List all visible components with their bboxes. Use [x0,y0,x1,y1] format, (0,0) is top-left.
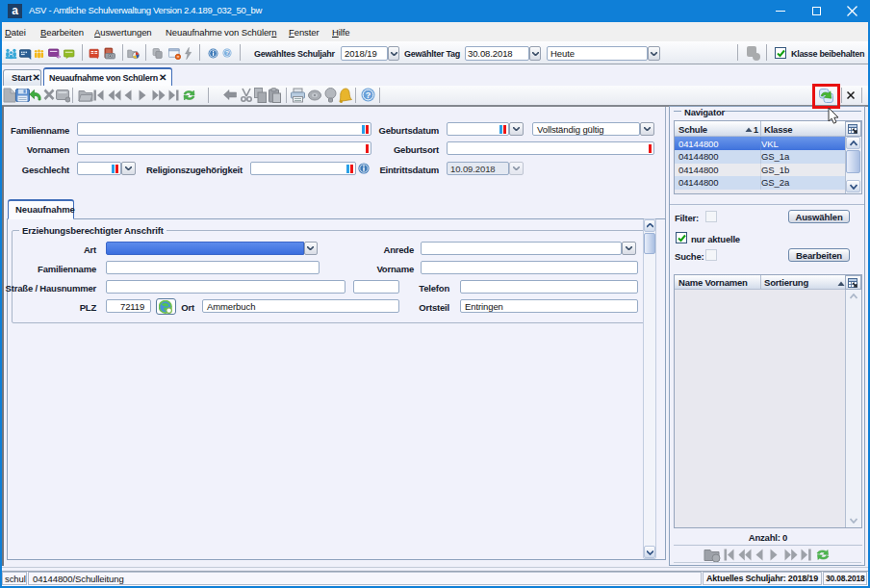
svg-text:?: ? [366,90,371,100]
svg-text:?: ? [225,50,229,56]
